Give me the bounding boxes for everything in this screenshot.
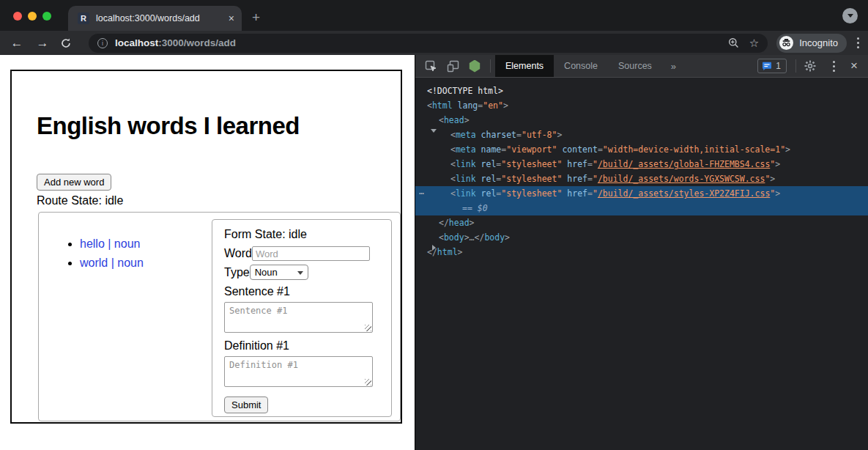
dom-line[interactable]: </head> (415, 215, 868, 230)
dom-token: html (437, 247, 458, 257)
issues-counter[interactable]: 1 (757, 59, 787, 73)
dom-token: meta (456, 130, 476, 140)
url-host: localhost (115, 37, 158, 48)
address-bar[interactable]: i localhost:3000/words/add ☆ (89, 34, 768, 53)
refresh-button[interactable] (60, 37, 76, 49)
dom-token: = (587, 174, 593, 184)
word-label: Word (224, 247, 252, 260)
dom-token: < (439, 232, 444, 243)
dom-token: > (785, 144, 790, 155)
devtools-menu-button[interactable] (823, 56, 842, 75)
dom-token: </ (475, 232, 485, 243)
new-tab-button[interactable]: + (252, 10, 260, 26)
sentence-placeholder: Sentence #1 (229, 306, 287, 316)
dom-token: > (505, 232, 510, 243)
tab-close-icon[interactable]: × (229, 12, 234, 24)
dom-token: = (587, 159, 593, 169)
inspect-element-button[interactable] (421, 56, 440, 75)
dom-token: < (427, 100, 432, 111)
extension-button[interactable] (465, 56, 484, 75)
gear-icon (804, 60, 816, 72)
dom-token: > (775, 188, 780, 199)
dom-token: " (593, 188, 598, 199)
site-info-icon[interactable]: i (97, 38, 108, 48)
dom-line[interactable]: <link rel="stylesheet" href="/build/_ass… (415, 171, 868, 186)
dom-token: "stylesheet" (501, 159, 562, 169)
dom-line-menu-icon[interactable]: ⋯ (419, 186, 423, 201)
sentence-textarea[interactable]: Sentence #1 (224, 302, 373, 333)
minimize-window-button[interactable] (28, 12, 37, 21)
incognito-label: Incognito (799, 37, 838, 48)
more-tabs-button[interactable]: » (662, 61, 685, 72)
zoom-page-button[interactable] (728, 37, 739, 48)
dom-token (476, 144, 481, 155)
issues-bubble-icon (762, 62, 772, 71)
resize-grip-icon[interactable] (365, 325, 371, 331)
submit-button[interactable]: Submit (224, 396, 268, 413)
dom-token: < (450, 130, 456, 140)
bookmark-star-icon[interactable]: ☆ (749, 37, 759, 50)
refresh-icon (60, 37, 72, 49)
devtools-tab-sources[interactable]: Sources (608, 55, 662, 77)
url-text[interactable]: localhost:3000/words/add (115, 37, 236, 48)
devtools-tab-elements[interactable]: Elements (495, 55, 554, 77)
dom-line[interactable]: == $0 (415, 201, 868, 215)
dom-line[interactable]: <link rel="stylesheet" href="/build/_ass… (415, 157, 868, 171)
word-input[interactable] (252, 246, 370, 261)
forward-button[interactable]: → (34, 37, 51, 49)
select-chevron-icon (297, 271, 303, 275)
dom-line[interactable]: <html lang="en"> (415, 98, 868, 113)
device-toolbar-icon (447, 60, 459, 73)
dom-token: = (516, 130, 522, 140)
dom-token: <!DOCTYPE html> (427, 86, 503, 96)
dom-token: > (458, 247, 463, 257)
dom-token: rel (481, 159, 497, 169)
app-container: English words I learned Add new word Rou… (10, 70, 402, 424)
dom-token: rel (481, 188, 497, 199)
browser-window: R localhost:3000/words/add × + ← → i loc… (0, 0, 868, 450)
dom-line[interactable]: ⋯<link rel="stylesheet" href="/build/_as… (415, 186, 868, 201)
type-select[interactable]: Noun (250, 265, 308, 280)
toolbar-divider (490, 59, 491, 73)
back-button[interactable]: ← (9, 37, 25, 49)
devtools-close-button[interactable]: × (845, 59, 864, 73)
definition-textarea[interactable]: Definition #1 (224, 356, 373, 387)
remix-favicon-icon: R (78, 12, 89, 24)
maximize-window-button[interactable] (42, 12, 51, 21)
incognito-badge: Incognito (776, 34, 847, 53)
close-window-button[interactable] (13, 12, 22, 21)
dom-token: /build/_assets/global-FHZEMBS4.css (598, 159, 770, 169)
settings-button[interactable] (801, 56, 820, 75)
inspect-cursor-icon (425, 60, 437, 73)
add-new-word-button[interactable]: Add new word (37, 174, 111, 191)
dom-token (453, 100, 458, 111)
dom-token: < (450, 144, 456, 155)
dom-token: html (432, 100, 453, 111)
word-link[interactable]: hello | noun (80, 237, 140, 250)
dom-line[interactable]: <!DOCTYPE html> (415, 84, 868, 98)
dom-token: … (470, 232, 475, 243)
window-controls (13, 12, 51, 21)
dom-token: "stylesheet" (501, 188, 562, 199)
word-link[interactable]: world | noun (80, 257, 144, 269)
tab-search-button[interactable] (842, 8, 858, 23)
toolbar-divider (795, 59, 796, 73)
dom-token: /build/_assets/styles-XP2Z4FIJ.css (598, 188, 770, 199)
dom-token: href (567, 174, 587, 184)
browser-tab[interactable]: R localhost:3000/words/add × (68, 6, 242, 31)
dom-line[interactable]: <body>…</body> (415, 230, 868, 245)
dom-token: = (587, 188, 593, 199)
dom-token: = (598, 144, 603, 155)
device-toolbar-button[interactable] (443, 56, 462, 75)
kebab-icon (833, 59, 835, 73)
tab-strip: R localhost:3000/words/add × + (0, 0, 868, 31)
resize-grip-icon[interactable] (365, 379, 371, 386)
dom-line[interactable]: <meta charset="utf-8"> (415, 128, 868, 142)
dom-line[interactable]: <head> (415, 113, 868, 128)
dom-token: </ (439, 218, 449, 228)
browser-menu-button[interactable] (857, 37, 859, 50)
dom-line[interactable]: <meta name="viewport" content="width=dev… (415, 142, 868, 157)
browser-toolbar: ← → i localhost:3000/words/add ☆ (0, 31, 868, 55)
dom-line[interactable]: </html> (415, 245, 868, 259)
devtools-tab-console[interactable]: Console (554, 55, 608, 77)
